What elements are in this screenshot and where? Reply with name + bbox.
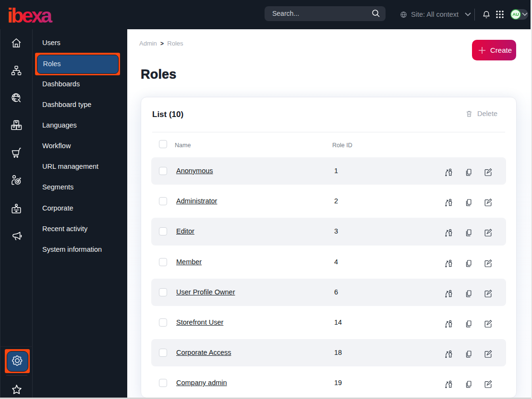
svg-text:AU: AU (512, 12, 519, 17)
svg-text:ibexa: ibexa (7, 4, 53, 27)
